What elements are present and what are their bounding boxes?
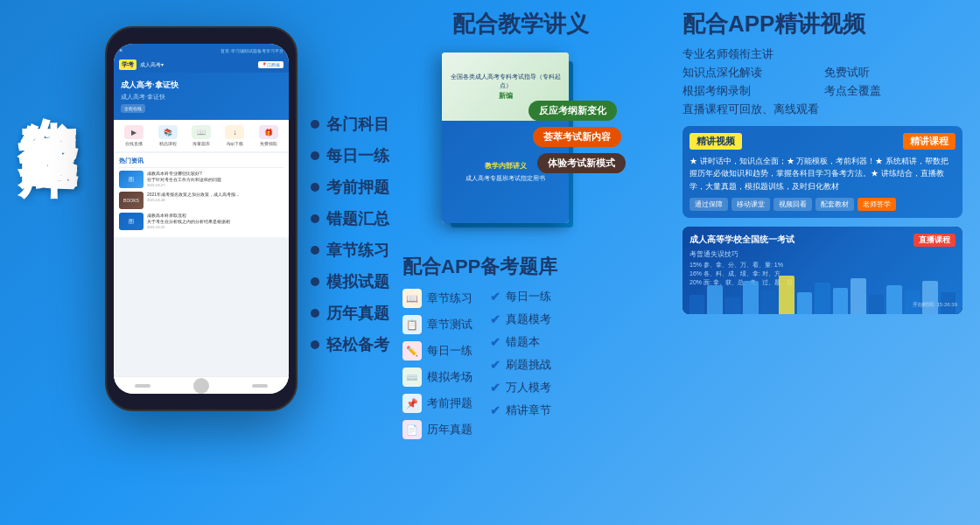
book-label: 教学内部讲义 bbox=[485, 161, 527, 171]
phone-news-text-1: 成教高本科专业哪些比较好?在于针对考生在工作方向和这样的问题 bbox=[147, 171, 221, 183]
feature-dot-4 bbox=[311, 214, 319, 223]
phone-close-icon: × bbox=[119, 47, 122, 53]
backup-icon-test: 📋 bbox=[402, 315, 422, 334]
check-item-5: ✔ 万人模考 bbox=[490, 380, 551, 396]
backup-item-mock: ⌨️ 模拟考场 bbox=[402, 368, 472, 387]
bar-12 bbox=[886, 285, 901, 314]
backup-icon-mock: ⌨️ bbox=[402, 368, 422, 387]
video-card-header: 精讲视频 精讲课程 bbox=[690, 133, 956, 150]
backup-label-test: 章节测试 bbox=[427, 317, 472, 332]
badge-orange: 荟萃考试新内容 bbox=[533, 127, 621, 147]
app-video-title: 配合APP精讲视频 bbox=[682, 9, 962, 39]
check-item-4: ✔ 刷题挑战 bbox=[490, 357, 551, 373]
phone-screen: × 首页-学习辅助试题备考学习平台 学考 成人高考▾ 📍江西省 成人高考·拿证快… bbox=[114, 44, 289, 394]
phone-banner: 成人高考·拿证快 成人高考·拿证快 全程在线 bbox=[114, 73, 289, 120]
book-top-text: 全国各类成人高考专科考试指导（专科起点） bbox=[447, 73, 564, 88]
feature-label-8: 轻松备考 bbox=[326, 334, 389, 355]
app-video-features: 专业名师领衔主讲 知识点深化解读 免费试听 根据考纲录制 考点全覆盖 直播课程可… bbox=[682, 46, 962, 117]
video-card: 精讲视频 精讲课程 ★ 讲时话中，知识点全面；★ 万能模板，考前利器！★ 系统精… bbox=[682, 126, 962, 218]
video-card-content: ★ 讲时话中，知识点全面；★ 万能模板，考前利器！★ 系统精讲，帮数把握历年必做… bbox=[690, 155, 956, 192]
live-card: 成人高等学校全国统一考试 考普通失误技巧 15% 参、拿、分、万、看、量: 1%… bbox=[682, 227, 962, 314]
backup-item-press: 📌 考前押题 bbox=[402, 394, 472, 413]
live-time: 开始时间: 15:26:39 bbox=[913, 301, 957, 309]
live-badge: 直播课程 bbox=[914, 234, 956, 247]
backup-title: 配合APP备考题库 bbox=[402, 254, 639, 280]
bar-6 bbox=[779, 276, 794, 314]
book-bottom-text: 成人高考专题班考试指定用书 bbox=[466, 174, 545, 183]
check-icon-5: ✔ bbox=[490, 381, 500, 395]
feature-label-1: 各门科目 bbox=[326, 114, 389, 135]
phone-news-item-3: 图 成教高本科录取流程关于考生在分析线之内的分析结果是根据相 2021-02-2… bbox=[119, 213, 284, 230]
phone-news: 热门资讯 图 成教高本科专业哪些比较好?在于针对考生在工作方向和这样的问题 20… bbox=[114, 153, 289, 237]
feature-dot-7 bbox=[311, 309, 319, 318]
feature-label-3: 考前押题 bbox=[326, 177, 389, 198]
phone-ad-tag: 全程在线 bbox=[121, 104, 145, 113]
video-card-title: 精讲课程 bbox=[903, 133, 956, 150]
app-video-section: 配合APP精讲视频 专业名师领衔主讲 知识点深化解读 免费试听 根据考纲录制 考… bbox=[682, 9, 962, 314]
phone-icon-course: 📚 精品课程 bbox=[152, 125, 182, 146]
video-card-tags: 通过保障 移动课堂 视频回看 配套教材 老师答学 bbox=[690, 198, 956, 211]
backup-icon-past: 📄 bbox=[402, 420, 422, 439]
backup-item-daily: ✏️ 每日一练 bbox=[402, 341, 472, 360]
video-tag-replay: 视频回看 bbox=[774, 198, 812, 211]
backup-label-daily: 每日一练 bbox=[427, 343, 472, 359]
phone-bottom-bar bbox=[114, 376, 289, 394]
feature-label-4: 错题汇总 bbox=[326, 208, 389, 229]
backup-label-chapter: 章节练习 bbox=[427, 290, 472, 306]
check-item-3: ✔ 错题本 bbox=[490, 334, 551, 350]
feature-item-5: 章节练习 bbox=[311, 240, 389, 261]
backup-label-press: 考前押题 bbox=[427, 396, 472, 411]
phone-nav-exam: 成人高考▾ bbox=[140, 61, 164, 69]
phone-news-item-1: 图 成教高本科专业哪些比较好?在于针对考生在工作方向和这样的问题 2021-04… bbox=[119, 171, 284, 188]
backup-icon-chapter: 📖 bbox=[402, 289, 422, 308]
video-card-tag: 精讲视频 bbox=[690, 133, 742, 150]
feature-item-7: 历年真题 bbox=[311, 303, 389, 324]
app-feature-4: 免费试听 bbox=[824, 65, 963, 80]
feature-dot-3 bbox=[311, 183, 319, 192]
phone-notch bbox=[179, 35, 223, 42]
phone-news-item-2: BOOKS 2021年成考报名政策之加分政策，成人高考报... 2021-03-… bbox=[119, 192, 284, 209]
teaching-section: 配合教学讲义 全国各类成人高考专科考试指导（专科起点） 新编 教学内部讲义 成人… bbox=[402, 9, 639, 241]
bar-9 bbox=[833, 288, 848, 314]
backup-icon-daily: ✏️ bbox=[402, 341, 422, 360]
feature-dot-1 bbox=[311, 120, 319, 129]
feature-item-1: 各门科目 bbox=[311, 114, 389, 135]
check-icon-1: ✔ bbox=[490, 290, 500, 304]
feature-label-6: 模拟试题 bbox=[326, 271, 389, 292]
video-tag-material: 配套教材 bbox=[816, 198, 854, 211]
phone-location: 📍江西省 bbox=[258, 61, 284, 68]
feature-label-5: 章节练习 bbox=[326, 240, 389, 261]
phone-mockup: × 首页-学习辅助试题备考学习平台 学考 成人高考▾ 📍江西省 成人高考·拿证快… bbox=[105, 26, 298, 411]
app-feature-2 bbox=[824, 46, 963, 62]
bar-1 bbox=[690, 295, 704, 314]
backup-label-mock: 模拟考场 bbox=[427, 369, 472, 385]
backup-item-chapter: 📖 章节练习 bbox=[402, 289, 472, 308]
check-icon-2: ✔ bbox=[490, 312, 500, 326]
backup-right-col: ✔ 每日一练 ✔ 真题模考 ✔ 错题本 ✔ 刷题挑战 ✔ 万人模考 ✔ 精讲章节 bbox=[490, 289, 551, 439]
backup-icon-press: 📌 bbox=[402, 394, 422, 413]
backup-item-test: 📋 章节测试 bbox=[402, 315, 472, 334]
check-label-6: 精讲章节 bbox=[506, 402, 551, 418]
backup-section: 配合APP备考题库 📖 章节练习 📋 章节测试 ✏️ 每日一练 ⌨️ 模拟考场 … bbox=[402, 254, 639, 439]
check-label-1: 每日一练 bbox=[506, 289, 551, 304]
bar-11 bbox=[869, 295, 884, 314]
phone-news-text-3: 成教高本科录取流程关于考生在分析线之内的分析结果是根据相 bbox=[147, 213, 230, 225]
backup-left-col: 📖 章节练习 📋 章节测试 ✏️ 每日一练 ⌨️ 模拟考场 📌 考前押题 📄 bbox=[402, 289, 472, 439]
video-tag-guarantee: 通过保障 bbox=[690, 198, 728, 211]
check-label-2: 真题模考 bbox=[506, 312, 551, 327]
check-item-6: ✔ 精讲章节 bbox=[490, 402, 551, 418]
feature-dot-2 bbox=[311, 151, 319, 160]
feature-item-2: 每日一练 bbox=[311, 145, 389, 166]
feature-item-8: 轻松备考 bbox=[311, 334, 389, 355]
app-feature-3: 知识点深化解读 bbox=[682, 65, 822, 80]
badge-green: 反应考纲新变化 bbox=[528, 101, 617, 121]
check-item-2: ✔ 真题模考 bbox=[490, 312, 551, 327]
bar-8 bbox=[815, 283, 830, 314]
book-series: 新编 bbox=[499, 91, 513, 101]
bar-10 bbox=[850, 278, 865, 314]
check-label-4: 刷题挑战 bbox=[506, 357, 551, 373]
phone-banner-sub: 成人高考·拿证快 bbox=[121, 93, 282, 102]
main-title: 在线智能题库 bbox=[16, 70, 81, 91]
bar-4 bbox=[743, 281, 758, 315]
phone-url: 首页-学习辅助试题备考学习平台 bbox=[220, 48, 284, 53]
